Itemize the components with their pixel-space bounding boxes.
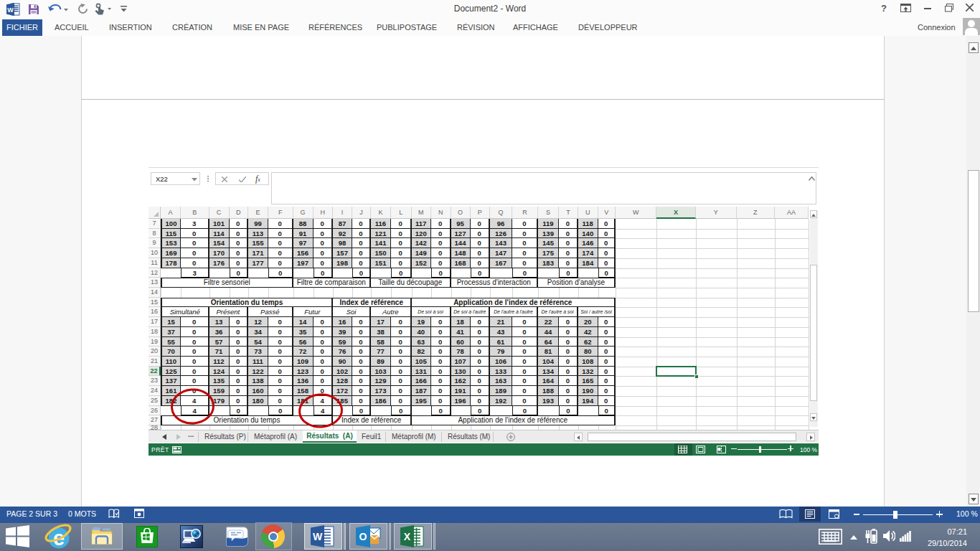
svg-text:X: X bbox=[404, 531, 411, 542]
svg-text:O: O bbox=[359, 531, 367, 542]
svg-text:W: W bbox=[313, 531, 323, 542]
